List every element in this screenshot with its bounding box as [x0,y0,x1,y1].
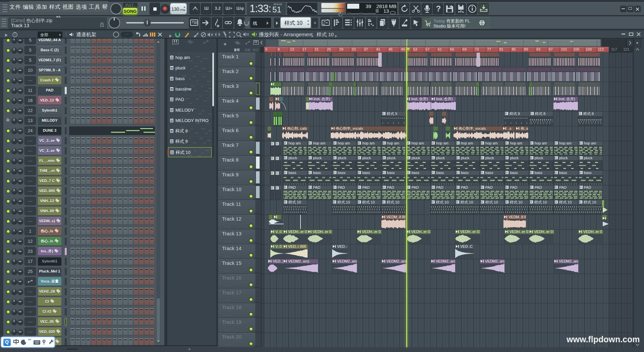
svg-text:?: ? [436,4,441,13]
